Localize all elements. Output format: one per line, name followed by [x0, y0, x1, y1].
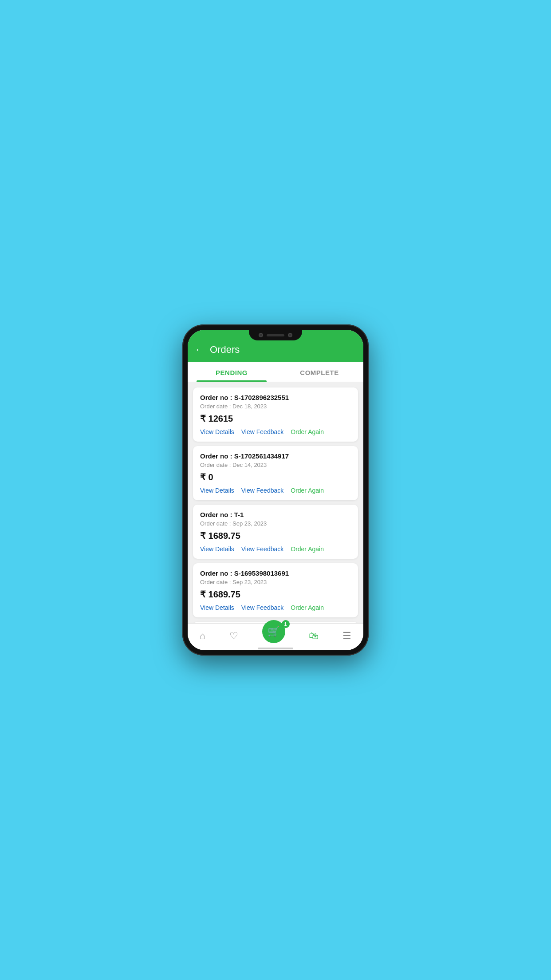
view-details-link[interactable]: View Details	[200, 604, 234, 611]
order-card: Order no : S-1695398013691 Order date : …	[193, 563, 358, 617]
tab-pending[interactable]: PENDING	[188, 362, 276, 382]
phone-screen: ← Orders PENDING COMPLETE Order no : S-1…	[188, 330, 363, 650]
order-amount: ₹ 1689.75	[200, 530, 351, 541]
page-title: Orders	[210, 344, 240, 356]
orders-list: Order no : S-1702896232551 Order date : …	[188, 382, 363, 623]
order-number: Order no : T-1	[200, 511, 351, 518]
order-date: Order date : Sep 23, 2023	[200, 520, 351, 527]
order-card: Order no : S-1702896232551 Order date : …	[193, 387, 358, 442]
bag-icon: 🛍	[309, 630, 319, 642]
order-date: Order date : Sep 23, 2023	[200, 579, 351, 585]
order-number: Order no : S-1702561434917	[200, 452, 351, 460]
back-button[interactable]: ←	[195, 344, 205, 356]
view-feedback-link[interactable]: View Feedback	[241, 428, 283, 435]
home-icon: ⌂	[200, 630, 205, 642]
order-number: Order no : S-1702896232551	[200, 394, 351, 401]
cart-badge: 1	[282, 620, 290, 628]
view-feedback-link[interactable]: View Feedback	[241, 604, 283, 611]
phone-frame: ← Orders PENDING COMPLETE Order no : S-1…	[182, 324, 369, 656]
order-actions: View Details View Feedback Order Again	[200, 545, 351, 553]
order-again-link[interactable]: Order Again	[291, 604, 324, 611]
front-camera	[259, 333, 263, 337]
front-sensor	[288, 333, 292, 337]
heart-icon: ♡	[229, 630, 238, 642]
view-details-link[interactable]: View Details	[200, 487, 234, 494]
nav-cart[interactable]: 🛒 1	[259, 627, 289, 645]
order-again-link[interactable]: Order Again	[291, 545, 324, 553]
order-date: Order date : Dec 14, 2023	[200, 462, 351, 468]
order-again-link[interactable]: Order Again	[291, 428, 324, 435]
home-indicator	[258, 648, 293, 649]
view-details-link[interactable]: View Details	[200, 545, 234, 553]
tabs-container: PENDING COMPLETE	[188, 362, 363, 382]
order-amount: ₹ 0	[200, 472, 351, 482]
order-number: Order no : S-1695398013691	[200, 569, 351, 577]
nav-menu[interactable]: ☰	[339, 628, 355, 644]
order-amount: ₹ 1689.75	[200, 589, 351, 600]
order-again-link[interactable]: Order Again	[291, 487, 324, 494]
order-card: Order no : S-1702561434917 Order date : …	[193, 446, 358, 500]
view-feedback-link[interactable]: View Feedback	[241, 545, 283, 553]
order-card: Order no : T-1 Order date : Sep 23, 2023…	[193, 505, 358, 559]
nav-orders[interactable]: 🛍	[305, 628, 322, 644]
order-actions: View Details View Feedback Order Again	[200, 604, 351, 611]
menu-icon: ☰	[342, 630, 351, 642]
order-amount: ₹ 12615	[200, 413, 351, 424]
view-details-link[interactable]: View Details	[200, 428, 234, 435]
nav-wishlist[interactable]: ♡	[226, 628, 242, 644]
view-feedback-link[interactable]: View Feedback	[241, 487, 283, 494]
order-actions: View Details View Feedback Order Again	[200, 428, 351, 435]
notch	[249, 330, 302, 340]
order-date: Order date : Dec 18, 2023	[200, 403, 351, 410]
order-actions: View Details View Feedback Order Again	[200, 487, 351, 494]
tab-complete[interactable]: COMPLETE	[276, 362, 363, 382]
speaker	[267, 334, 284, 336]
bottom-nav: ⌂ ♡ 🛒 1 🛍 ☰	[188, 623, 363, 650]
nav-home[interactable]: ⌂	[196, 628, 209, 644]
cart-icon: 🛒	[268, 626, 279, 637]
